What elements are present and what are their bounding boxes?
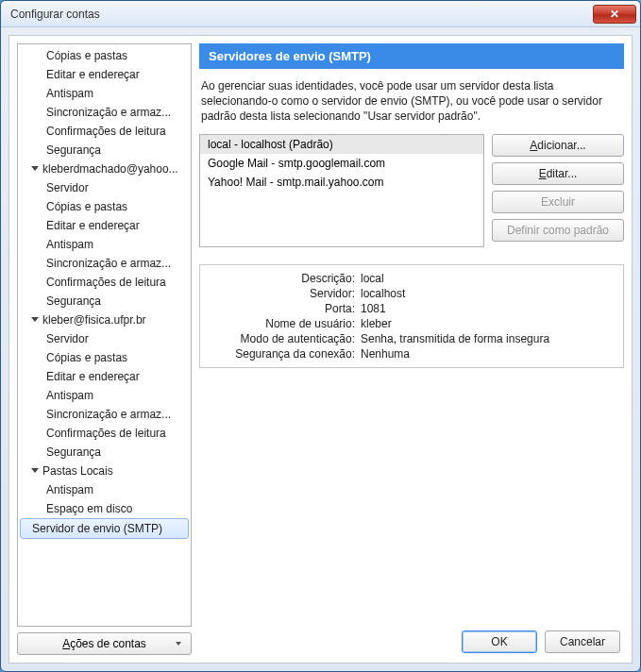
detail-value: 1081 [361, 302, 614, 315]
set-default-button: Definir como padrão [492, 219, 624, 242]
tree-item[interactable]: Espaço em disco [18, 499, 191, 518]
window-title: Configurar contas [10, 8, 593, 21]
tree-item[interactable]: Sincronização e armaz... [18, 254, 191, 273]
tree-item[interactable]: Confirmações de leitura [18, 273, 191, 292]
smtp-server-item[interactable]: Yahoo! Mail - smtp.mail.yahoo.com [200, 173, 483, 192]
detail-label: Nome de usuário: [210, 317, 361, 330]
tree-item-smtp[interactable]: Servidor de envio (SMTP) [20, 518, 189, 539]
accounts-tree[interactable]: Cópias e pastas Editar e endereçar Antis… [17, 43, 192, 627]
detail-label: Segurança da conexão: [210, 347, 361, 361]
detail-value: kleber [361, 317, 614, 330]
smtp-panel: Servidores de envio (SMTP) Ao gerenciar … [199, 43, 624, 655]
smtp-server-item[interactable]: Google Mail - smtp.googlemail.com [200, 154, 483, 173]
tree-item[interactable]: Segurança [18, 141, 191, 160]
titlebar: Configurar contas ✕ [1, 1, 640, 27]
detail-row-username: Nome de usuário: kleber [210, 316, 614, 331]
edit-button[interactable]: Editar... [492, 162, 624, 185]
add-button[interactable]: Adicionar... [492, 134, 624, 157]
detail-label: Descrição: [210, 272, 361, 285]
account-actions-label: Ações de contas [62, 637, 146, 650]
chevron-down-icon [31, 468, 39, 473]
tree-item[interactable]: Antispam [18, 84, 191, 103]
detail-value: localhost [361, 287, 614, 300]
panel-title: Servidores de envio (SMTP) [199, 43, 624, 69]
chevron-down-icon [31, 166, 39, 171]
detail-label: Modo de autenticação: [210, 332, 361, 345]
cancel-button[interactable]: Cancelar [545, 630, 620, 653]
tree-account-group[interactable]: kleber@fisica.ufpr.br [18, 311, 191, 329]
close-icon: ✕ [610, 8, 619, 21]
detail-row-server: Servidor: localhost [210, 286, 614, 301]
tree-item[interactable]: Servidor [18, 178, 191, 197]
dialog-body: Cópias e pastas Editar e endereçar Antis… [8, 35, 633, 664]
dialog-footer: OK Cancelar [462, 630, 620, 653]
smtp-details: Descrição: local Servidor: localhost Por… [199, 264, 624, 368]
detail-label: Porta: [210, 302, 361, 315]
panel-description: Ao gerenciar suas identidades, você pode… [199, 69, 624, 134]
detail-value: Senha, transmitida de forma insegura [361, 332, 614, 345]
tree-item[interactable]: Cópias e pastas [18, 197, 191, 216]
tree-item[interactable]: Sincronização e armaz... [18, 405, 191, 424]
close-button[interactable]: ✕ [593, 5, 636, 24]
tree-account-group[interactable]: kleberdmachado@yahoo... [18, 160, 191, 178]
account-actions-button[interactable]: Ações de contas [17, 632, 192, 655]
detail-value: local [361, 272, 614, 285]
tree-item[interactable]: Segurança [18, 292, 191, 311]
smtp-button-column: Adicionar... Editar... Excluir Definir c… [492, 134, 624, 247]
accounts-tree-pane: Cópias e pastas Editar e endereçar Antis… [17, 43, 192, 655]
tree-item[interactable]: Editar e endereçar [18, 216, 191, 235]
tree-item[interactable]: Segurança [18, 443, 191, 462]
delete-button: Excluir [492, 191, 624, 213]
tree-item[interactable]: Antispam [18, 480, 191, 499]
tree-item[interactable]: Cópias e pastas [18, 46, 191, 65]
detail-label: Servidor: [210, 287, 361, 300]
tree-item[interactable]: Antispam [18, 235, 191, 254]
tree-item[interactable]: Editar e endereçar [18, 367, 191, 386]
tree-item[interactable]: Cópias e pastas [18, 348, 191, 367]
tree-item[interactable]: Sincronização e armaz... [18, 103, 191, 122]
detail-row-description: Descrição: local [210, 271, 614, 286]
chevron-down-icon [31, 317, 39, 322]
smtp-block: local - localhost (Padrão) Google Mail -… [199, 134, 624, 247]
detail-row-conn-security: Segurança da conexão: Nenhuma [210, 346, 614, 361]
smtp-server-item[interactable]: local - localhost (Padrão) [200, 135, 483, 154]
detail-row-auth-mode: Modo de autenticação: Senha, transmitida… [210, 331, 614, 346]
tree-item[interactable]: Antispam [18, 386, 191, 405]
tree-item[interactable]: Confirmações de leitura [18, 424, 191, 443]
ok-button[interactable]: OK [462, 630, 537, 653]
detail-row-port: Porta: 1081 [210, 301, 614, 316]
tree-item[interactable]: Editar e endereçar [18, 65, 191, 84]
chevron-down-icon [176, 642, 181, 646]
smtp-server-list[interactable]: local - localhost (Padrão) Google Mail -… [199, 134, 484, 247]
detail-value: Nenhuma [361, 347, 614, 361]
tree-item[interactable]: Servidor [18, 329, 191, 348]
account-settings-window: Configurar contas ✕ Cópias e pastas Edit… [0, 0, 641, 672]
tree-item[interactable]: Confirmações de leitura [18, 122, 191, 141]
tree-account-group[interactable]: Pastas Locais [18, 462, 191, 480]
